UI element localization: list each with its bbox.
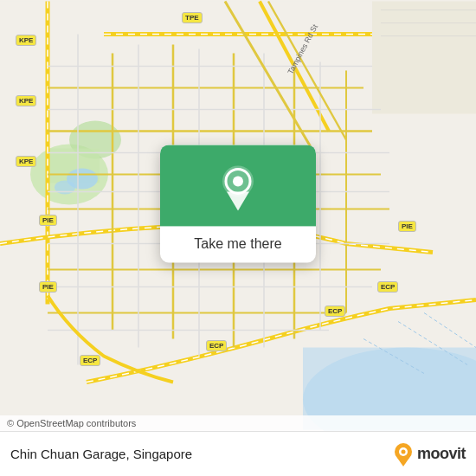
badge-kpe-1: KPE bbox=[16, 35, 36, 46]
badge-pie-1: PIE bbox=[39, 215, 57, 226]
map-container: KPE KPE KPE TPE PIE PIE PIE ECP ECP ECP … bbox=[0, 0, 476, 431]
moovit-logo: moovit bbox=[391, 442, 466, 466]
navigation-card: Take me there bbox=[160, 145, 316, 262]
svg-marker-49 bbox=[227, 191, 249, 210]
badge-ecp-1: ECP bbox=[325, 306, 345, 317]
svg-rect-11 bbox=[372, 2, 476, 114]
pin-icon bbox=[218, 164, 258, 210]
badge-pie-3: PIE bbox=[398, 221, 416, 232]
app: KPE KPE KPE TPE PIE PIE PIE ECP ECP ECP … bbox=[0, 0, 476, 476]
svg-point-53 bbox=[401, 449, 405, 453]
badge-ecp-2: ECP bbox=[206, 340, 227, 351]
badge-ecp-3: ECP bbox=[80, 355, 100, 366]
moovit-text: moovit bbox=[417, 445, 466, 463]
badge-kpe-2: KPE bbox=[16, 95, 36, 106]
svg-point-48 bbox=[233, 176, 243, 186]
badge-pie-2: PIE bbox=[39, 281, 57, 293]
moovit-pin-icon bbox=[391, 442, 415, 466]
place-name: Chin Chuan Garage, Singapore bbox=[10, 447, 383, 461]
bottom-bar: Chin Chuan Garage, Singapore moovit bbox=[0, 431, 476, 476]
svg-marker-51 bbox=[397, 458, 409, 466]
badge-ecp-4: ECP bbox=[377, 281, 398, 293]
card-green-area bbox=[160, 145, 316, 226]
take-me-there-button[interactable]: Take me there bbox=[160, 226, 316, 262]
badge-kpe-3: KPE bbox=[16, 156, 36, 167]
badge-tpe: TPE bbox=[182, 12, 203, 23]
map-attribution: © OpenStreetMap contributors bbox=[0, 415, 476, 431]
